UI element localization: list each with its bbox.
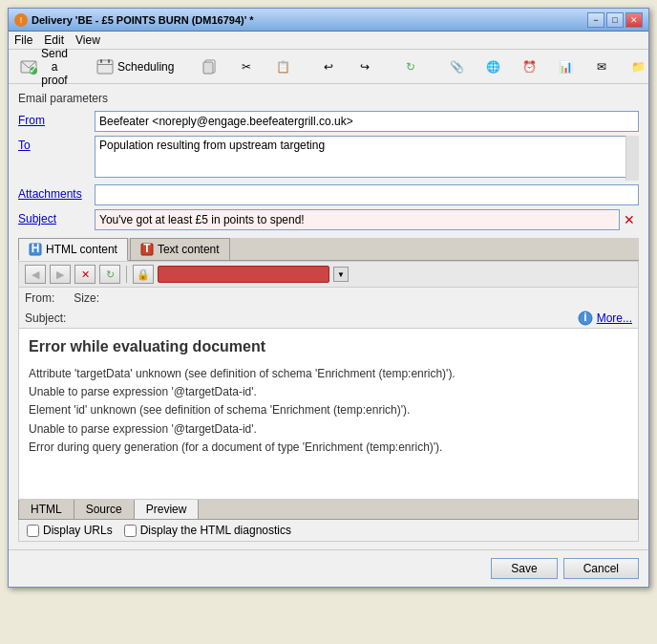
minimize-button[interactable]: − [587,12,604,28]
to-label[interactable]: To [18,136,95,152]
cut-button[interactable]: ✂ [231,54,262,79]
undo-icon: ↩ [319,57,338,76]
display-urls-checkbox[interactable] [27,525,39,537]
stop-button[interactable]: ✕ [74,265,95,284]
scheduling-button[interactable]: Scheduling [90,54,180,79]
redo-button[interactable]: ↪ [350,54,380,79]
error-line-2: Unable to parse expression '@targetData-… [29,383,628,401]
content-area: Email parameters From To Attachments Sub… [9,84,648,549]
html-diagnostics-label: Display the HTML diagnostics [140,524,291,537]
bottom-tab-source[interactable]: Source [74,500,135,519]
lock-button[interactable]: 🔒 [133,265,154,284]
send-proof-label: Send a proof [40,47,69,87]
from-input[interactable] [95,111,639,132]
from-label[interactable]: From [18,111,95,127]
error-title: Error while evaluating document [29,338,628,355]
cancel-button[interactable]: Cancel [563,558,639,579]
svg-rect-4 [100,59,102,63]
to-textarea-wrapper [95,136,639,181]
display-urls-label: Display URLs [43,524,113,537]
url-bar[interactable] [158,266,329,283]
html-content-icon: H [29,243,42,256]
icon4: 📊 [556,57,575,76]
preview-size-field: Size: [74,291,99,305]
reload-button[interactable]: ↻ [99,265,120,284]
attach-button[interactable]: 📎 [441,54,472,79]
tab-html-label: HTML content [46,243,117,256]
url-bar-wrapper: ▼ [158,266,632,283]
svg-text:i: i [583,311,586,324]
tab-html-content[interactable]: H HTML content [18,238,128,261]
forward-button[interactable]: ▶ [50,265,71,284]
send-proof-button[interactable]: ✓ Send a proof [14,44,74,90]
svg-rect-6 [97,64,113,65]
refresh-button[interactable]: ↻ [395,54,426,79]
attach-icon: 📎 [447,57,466,76]
back-button[interactable]: ◀ [25,265,46,284]
redo-icon: ↪ [355,57,374,76]
copy-button[interactable] [195,54,225,79]
error-line-5: Error during query generation (for a doc… [29,439,628,457]
copy-icon [201,57,220,76]
to-scrollbar[interactable] [625,136,639,181]
window-title: Delivery 'BE - £5 POINTS BURN (DM16794)'… [32,14,254,26]
error-lines: Attribute 'targetData' unknown (see defi… [29,365,628,457]
icon5-button[interactable]: ✉ [586,54,617,79]
from-row: From [18,111,639,132]
subject-input-wrapper: ✕ [95,209,639,230]
html-diagnostics-checkbox[interactable] [124,525,137,537]
preview-fields: From: Size: [18,288,639,309]
menu-bar: File Edit View [9,32,648,50]
browse-button[interactable]: 🌐 [477,54,508,79]
html-diagnostics-checkbox-wrapper[interactable]: Display the HTML diagnostics [124,524,291,537]
more-link[interactable]: More... [597,311,632,325]
bottom-checkboxes: Display URLs Display the HTML diagnostic… [18,520,639,542]
save-button[interactable]: Save [491,558,557,579]
to-textarea[interactable] [95,136,639,178]
error-line-4: Unable to parse expression '@targetData-… [29,420,628,439]
subject-preview-label: Subject: [25,311,66,325]
svg-text:H: H [32,243,40,255]
close-button[interactable]: ✕ [625,12,643,28]
svg-rect-5 [108,59,110,63]
tab-text-content[interactable]: T Text content [130,238,230,260]
menu-view[interactable]: View [75,33,100,47]
title-buttons: − □ ✕ [587,12,643,28]
preview-from-field: From: [25,291,54,305]
more-wrapper: i More... [578,311,632,326]
attachments-label[interactable]: Attachments [18,184,95,201]
icon6-button[interactable]: 📁 [623,54,653,79]
icon3-button[interactable]: ⏰ [514,54,544,79]
title-bar: ! Delivery 'BE - £5 POINTS BURN (DM16794… [9,9,648,32]
subject-input[interactable] [95,209,620,230]
content-tabs: H HTML content T Text content [18,238,639,261]
preview-toolbar: ◀ ▶ ✕ ↻ 🔒 ▼ [18,261,639,288]
icon3: ⏰ [519,57,539,76]
error-line-1: Attribute 'targetData' unknown (see defi… [29,365,628,383]
subject-preview-row: Subject: i More... [18,309,639,328]
subject-clear-button[interactable]: ✕ [620,210,639,229]
browse-icon: 🌐 [483,57,502,76]
svg-text:✓: ✓ [29,63,37,75]
action-bar: Save Cancel [9,549,648,587]
bottom-tab-preview[interactable]: Preview [135,500,200,519]
url-dropdown[interactable]: ▼ [333,267,349,282]
more-icon: i [578,311,593,326]
error-line-3: Element 'id' unknown (see definition of … [29,401,628,419]
paste-button[interactable]: 📋 [267,54,298,79]
preview-size-label: Size: [74,291,99,305]
icon6: 📁 [628,57,647,76]
main-window: ! Delivery 'BE - £5 POINTS BURN (DM16794… [8,8,649,588]
subject-label[interactable]: Subject [18,209,95,225]
attachments-row: Attachments [18,184,639,205]
maximize-button[interactable]: □ [606,12,624,28]
bottom-tabs: HTML Source Preview [18,500,639,520]
svg-rect-8 [203,62,213,74]
error-box: Error while evaluating document Attribut… [18,328,639,500]
display-urls-checkbox-wrapper[interactable]: Display URLs [27,524,113,537]
paste-icon: 📋 [273,57,292,76]
icon4-button[interactable]: 📊 [550,54,581,79]
bottom-tab-html[interactable]: HTML [19,500,74,519]
undo-button[interactable]: ↩ [313,54,344,79]
attachments-input[interactable] [95,184,639,205]
